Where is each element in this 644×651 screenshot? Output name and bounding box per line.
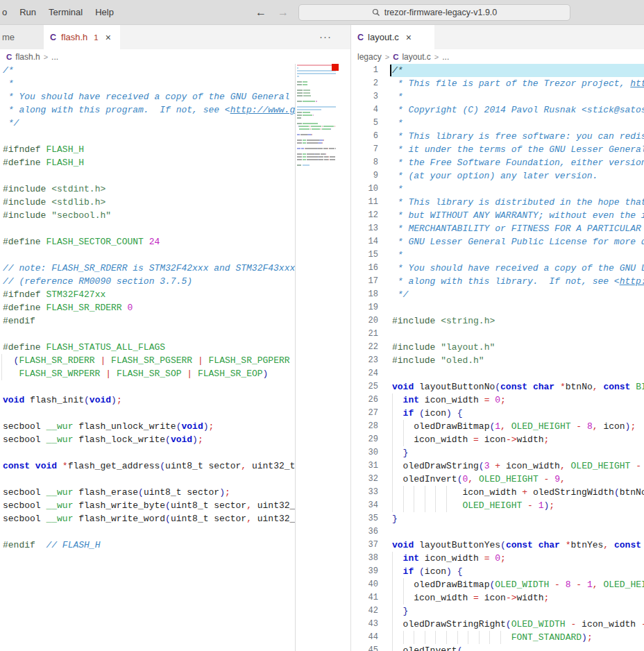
code-line[interactable]: icon_width + oledStringWidth(btnNo, FONT… — [392, 486, 644, 499]
breadcrumb-folder[interactable]: legacy — [357, 52, 382, 62]
tab-partial-readme[interactable]: me — [0, 25, 44, 49]
code-line[interactable] — [0, 222, 295, 235]
code-line[interactable]: * You should have received a copy of the… — [392, 262, 644, 275]
menu-item-help[interactable]: Help — [89, 7, 120, 17]
line-number[interactable]: 29 — [351, 433, 378, 446]
code-line[interactable]: } — [392, 604, 644, 618]
line-number[interactable]: 39 — [351, 565, 378, 578]
menu-item-o[interactable]: o — [0, 7, 13, 17]
line-number[interactable]: 33 — [351, 486, 378, 499]
command-center-search[interactable]: trezor-firmware-legacy-v1.9.0 — [298, 4, 570, 21]
line-number[interactable]: 5 — [351, 117, 378, 130]
breadcrumb-symbol[interactable]: ... — [51, 52, 58, 62]
close-icon[interactable]: × — [105, 32, 111, 43]
code-line[interactable]: void flash_init(void); — [0, 394, 295, 407]
line-number[interactable]: 27 — [351, 407, 378, 420]
code-line[interactable]: // note: FLASH_SR_RDERR is STM32F42xxx a… — [0, 262, 295, 275]
code-line[interactable]: #ifndef FLASH_H — [0, 143, 295, 156]
line-number[interactable]: 37 — [351, 539, 378, 552]
code-line[interactable]: * — [392, 248, 644, 262]
code-line[interactable]: * the Free Software Foundation, either v… — [392, 156, 644, 169]
line-number[interactable]: 18 — [351, 288, 378, 301]
menu-item-terminal[interactable]: Terminal — [42, 7, 89, 17]
code-line[interactable]: if (icon) { — [392, 407, 644, 420]
forward-arrow-icon[interactable]: → — [278, 6, 289, 19]
code-line[interactable]: * This library is free software: you can… — [392, 130, 644, 143]
line-number[interactable]: 3 — [351, 90, 378, 103]
code-line[interactable]: * — [392, 183, 644, 196]
code-line[interactable]: secbool __wur flash_unlock_write(void); — [0, 420, 295, 433]
code-line[interactable]: * it under the terms of the GNU Lesser G… — [392, 143, 644, 156]
line-number[interactable]: 6 — [351, 130, 378, 143]
code-line[interactable]: * (at your option) any later version. — [392, 169, 644, 183]
code-line[interactable]: #endif // FLASH_H — [0, 539, 295, 552]
code-line[interactable]: * — [392, 117, 644, 130]
code-line[interactable] — [0, 473, 295, 486]
line-number[interactable]: 34 — [351, 499, 378, 512]
code-line[interactable]: #include "layout.h" — [392, 341, 644, 354]
code-line[interactable]: secbool __wur flash_lock_write(void); — [0, 433, 295, 446]
code-line[interactable]: #include "oled.h" — [392, 354, 644, 367]
code-line[interactable]: /* — [0, 64, 295, 77]
code-line[interactable] — [392, 301, 644, 314]
breadcrumb-symbol[interactable]: ... — [442, 52, 449, 62]
code-line[interactable]: oledInvert(0, OLED_HEIGHT - 9, — [392, 473, 644, 486]
line-number[interactable]: 17 — [351, 275, 378, 288]
line-number[interactable]: 38 — [351, 552, 378, 565]
code-line[interactable]: #include <string.h> — [392, 314, 644, 328]
line-number[interactable]: 26 — [351, 394, 378, 407]
line-number[interactable]: 22 — [351, 341, 378, 354]
line-number[interactable]: 45 — [351, 644, 378, 651]
code-line[interactable]: icon_width = icon->width; — [392, 433, 644, 446]
code-line[interactable]: #define FLASH_H — [0, 156, 295, 169]
code-line[interactable]: * MERCHANTABILITY or FITNESS FOR A PARTI… — [392, 222, 644, 235]
line-number[interactable]: 43 — [351, 618, 378, 631]
code-line[interactable]: if (icon) { — [392, 565, 644, 578]
code-line[interactable]: * along with this library. If not, see <… — [392, 275, 644, 288]
code-line[interactable]: * — [392, 90, 644, 103]
line-number[interactable]: 40 — [351, 578, 378, 591]
line-number[interactable]: 9 — [351, 169, 378, 183]
code-line[interactable] — [0, 525, 295, 539]
code-line[interactable]: int icon_width = 0; — [392, 552, 644, 565]
code-line[interactable]: secbool __wur flash_write_byte(uint8_t s… — [0, 499, 295, 512]
line-number[interactable]: 8 — [351, 156, 378, 169]
line-number[interactable]: 41 — [351, 591, 378, 604]
code-line[interactable]: #include <stdint.h> — [0, 183, 295, 196]
breadcrumb-file[interactable]: layout.c — [402, 52, 430, 62]
code-line[interactable]: oledDrawBitmap(1, OLED_HEIGHT - 8, icon)… — [392, 420, 644, 433]
code-line[interactable]: #include <stdlib.h> — [0, 196, 295, 209]
line-number[interactable]: 24 — [351, 367, 378, 380]
line-number[interactable]: 36 — [351, 525, 378, 539]
editor-group-sash[interactable] — [350, 25, 351, 651]
line-number[interactable]: 31 — [351, 459, 378, 473]
code-line[interactable]: void layoutButtonYes(const char *btnYes,… — [392, 539, 644, 552]
code-line[interactable]: oledDrawString(3 + icon_width, OLED_HEIG… — [392, 459, 644, 473]
line-number[interactable]: 1 — [351, 64, 378, 77]
line-number[interactable]: 35 — [351, 512, 378, 525]
code-line[interactable]: #define FLASH_STATUS_ALL_FLAGS — [0, 341, 295, 354]
line-number[interactable]: 30 — [351, 446, 378, 459]
code-line[interactable]: * along with this program. If not, see <… — [0, 103, 295, 117]
code-line[interactable]: #ifndef STM32F427xx — [0, 288, 295, 301]
code-line[interactable]: * GNU Lesser General Public License for … — [392, 235, 644, 248]
code-line[interactable]: // (reference RM0090 section 3.7.5) — [0, 275, 295, 288]
code-line[interactable]: * Copyright (C) 2014 Pavol Rusnak <stick… — [392, 103, 644, 117]
tab-flash-h[interactable]: C flash.h 1 × — [44, 25, 120, 49]
code-line[interactable] — [392, 367, 644, 380]
code-line[interactable] — [0, 169, 295, 183]
code-line[interactable]: * but WITHOUT ANY WARRANTY; without even… — [392, 209, 644, 222]
more-actions-icon[interactable]: ··· — [319, 25, 332, 49]
line-number[interactable]: 14 — [351, 235, 378, 248]
line-number[interactable]: 7 — [351, 143, 378, 156]
line-number[interactable]: 32 — [351, 473, 378, 486]
code-line[interactable]: #include "secbool.h" — [0, 209, 295, 222]
code-line[interactable]: oledInvert( — [392, 644, 644, 651]
tab-layout-c[interactable]: C layout.c × — [351, 25, 434, 49]
code-line[interactable] — [0, 328, 295, 341]
code-line[interactable] — [0, 407, 295, 420]
code-line[interactable]: FLASH_SR_WRPERR | FLASH_SR_SOP | FLASH_S… — [0, 367, 295, 380]
line-number[interactable]: 28 — [351, 420, 378, 433]
code-line[interactable]: (FLASH_SR_RDERR | FLASH_SR_PGSERR | FLAS… — [0, 354, 295, 367]
code-line[interactable]: OLED_HEIGHT - 1); — [392, 499, 644, 512]
